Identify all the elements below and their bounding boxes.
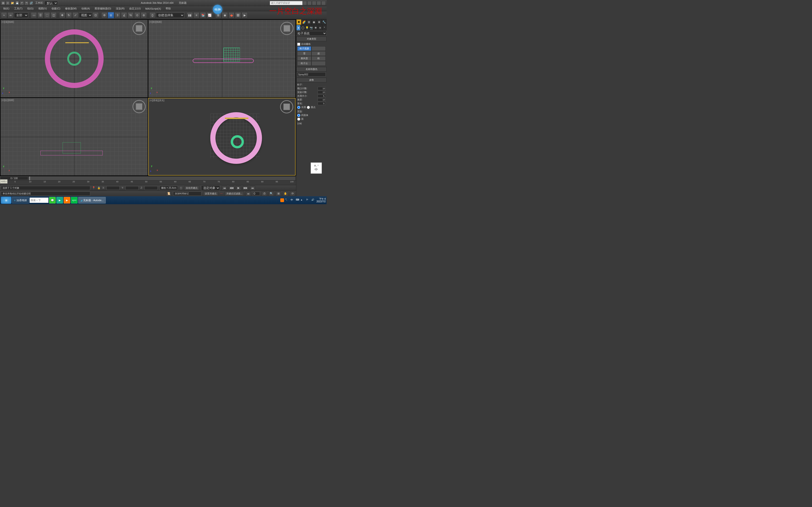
hierarchy-tab-icon[interactable]: ⊞ (306, 19, 312, 25)
start-button[interactable]: ⊞ (1, 197, 11, 204)
taskbar-clock[interactable]: 下午 4 2022/7/2 (316, 198, 326, 203)
viewport-left[interactable]: [+][左][线框] zy (0, 98, 148, 176)
tray-expand-icon[interactable]: ▴ (301, 199, 305, 202)
spinner-snap-icon[interactable]: % (128, 12, 134, 18)
current-frame-input[interactable] (253, 192, 260, 195)
next-frame-icon[interactable]: ▶▶ (243, 186, 248, 190)
key-filter-button[interactable]: 关键点过滤器... (224, 191, 244, 196)
play-icon[interactable]: ▶ (236, 186, 241, 190)
tetra-radio[interactable] (297, 114, 300, 117)
goto-end-icon[interactable]: ⏭ (250, 186, 255, 190)
undo-icon[interactable]: ↶ (20, 1, 24, 5)
y-coord-input[interactable] (125, 186, 139, 190)
menu-edit[interactable]: 辑(E) (1, 6, 12, 11)
viewcube-icon[interactable] (133, 22, 146, 35)
geometry-subtab-icon[interactable]: ● (296, 25, 301, 31)
name-color-rollout[interactable]: 名称和颜色 (296, 67, 326, 72)
help-icon[interactable] (321, 1, 326, 5)
render-setup-icon[interactable]: 🫖 (229, 12, 235, 18)
tray-punct-icon[interactable]: °, (286, 199, 289, 202)
render-icon[interactable]: ▶ (242, 12, 248, 18)
zoom-icon[interactable]: 🔍 (269, 191, 274, 196)
auto-key-button[interactable]: 自动关键点 (184, 186, 199, 190)
save-icon[interactable]: 💾 (15, 1, 19, 5)
layers-icon[interactable]: 📚 (200, 12, 206, 18)
3dsmax-task[interactable]: ◢无标题 - Autode... (78, 197, 106, 204)
named-sel-icon[interactable]: {} (149, 12, 156, 18)
tray-volume-icon[interactable]: 🔊 (311, 199, 315, 202)
manipulate-icon[interactable]: ⚙ (101, 12, 107, 18)
taskbar-search-input[interactable] (30, 198, 48, 203)
unlink-tool-icon[interactable]: ∞ (7, 12, 14, 18)
named-selection-set-select[interactable]: 创建选择集 (156, 13, 184, 18)
scale-icon[interactable]: ⤢ (72, 12, 79, 18)
menu-render[interactable]: 渲染(R) (113, 6, 127, 11)
rotate-icon[interactable]: ↻ (66, 12, 72, 18)
workspace-select[interactable]: 默认 (45, 1, 58, 5)
percent-snap-icon[interactable]: ∡ (121, 12, 127, 18)
motion-tab-icon[interactable]: ◉ (312, 19, 317, 25)
snow-button[interactable]: 雪 (297, 51, 311, 56)
user-icon[interactable] (307, 1, 312, 5)
ie-task[interactable]: e法语培训 (12, 197, 29, 204)
binoculars-icon[interactable] (303, 1, 307, 5)
obj-button-8[interactable] (312, 61, 326, 66)
favorite-icon[interactable] (317, 1, 321, 5)
variation-spinner[interactable] (318, 102, 326, 105)
speed-spinner[interactable] (318, 98, 326, 101)
open-icon[interactable]: 📂 (10, 1, 14, 5)
ref-coord-select[interactable]: 视图 (79, 13, 92, 18)
pcloud-button[interactable]: 粒子云 (297, 61, 311, 66)
select-rect-icon[interactable]: ⬚ (44, 12, 50, 18)
left-dock-tab[interactable]: AXS.r (0, 179, 7, 183)
viewcube-icon[interactable] (133, 100, 146, 113)
pf-source-button[interactable]: 粒子流源 (297, 46, 311, 51)
select-object-icon[interactable]: ▭ (31, 12, 37, 18)
snap-3d-icon[interactable]: ⊚ (141, 12, 147, 18)
app-menu-icon[interactable]: ▤ (1, 1, 5, 5)
orbit-icon[interactable]: ⟳ (290, 191, 295, 196)
lights-subtab-icon[interactable]: 💡 (305, 25, 309, 31)
snap-toggle-icon[interactable]: ⊞ (108, 12, 114, 18)
menu-help[interactable]: 帮助 (163, 6, 173, 11)
iqiyi-task[interactable]: iQIYI (71, 197, 78, 204)
browser-task[interactable]: ▶ (56, 197, 63, 204)
material-editor-icon[interactable]: ◉ (222, 12, 228, 18)
tray-flag-icon[interactable]: 🏳 (306, 199, 310, 202)
wechat-task[interactable]: 💬 (49, 197, 56, 204)
category-select[interactable]: 粒子系统 (296, 31, 326, 36)
parameters-rollout[interactable]: 参数 (296, 78, 326, 82)
viewcube-icon[interactable] (280, 100, 293, 113)
display-tab-icon[interactable]: 🖥 (316, 19, 322, 25)
modify-tab-icon[interactable]: 🌈 (301, 19, 307, 25)
snap-2d-icon[interactable]: ⊙ (134, 12, 140, 18)
align-icon[interactable]: ≡ (193, 12, 199, 18)
viewport-left-label[interactable]: [+][左][线框] (2, 99, 14, 102)
face-radio[interactable] (297, 118, 300, 121)
systems-subtab-icon[interactable]: * (322, 25, 326, 31)
script-icon[interactable]: 📜 (166, 191, 171, 196)
link-icon[interactable]: 🔗 (29, 1, 33, 5)
obj-button[interactable] (312, 46, 326, 51)
zoom-all-icon[interactable]: ⊞ (276, 191, 281, 196)
object-type-rollout[interactable]: 对象类型 (296, 37, 326, 41)
utilities-tab-icon[interactable]: 🔧 (322, 19, 327, 25)
viewport-persp-label[interactable]: [+][透视][真实] (150, 99, 164, 102)
new-icon[interactable]: 🗋 (6, 1, 10, 5)
menu-group[interactable]: 组(G) (25, 6, 36, 11)
link-tool-icon[interactable]: ≈ (1, 12, 7, 18)
render-count-spinner[interactable] (318, 91, 326, 94)
tray-ime-icon[interactable]: 中 (291, 199, 294, 202)
select-name-icon[interactable]: ☰ (37, 12, 44, 18)
timeline-ruler[interactable]: 0510152025303540455055606570758085909510… (0, 180, 296, 185)
time-slider[interactable]: 0 / 100 (0, 176, 296, 180)
super-button[interactable]: 超 (312, 51, 326, 56)
menu-maxscript[interactable]: MAXScript(X) (143, 7, 163, 10)
menu-modifiers[interactable]: 修改器(M) (63, 6, 79, 11)
tencent-video-task[interactable]: ▶ (64, 197, 70, 204)
render-frame-icon[interactable]: 🖼 (235, 12, 241, 18)
menu-animation[interactable]: 动画(A) (79, 6, 92, 11)
z-coord-input[interactable] (145, 186, 158, 190)
pan-icon[interactable]: ✋ (283, 191, 288, 196)
angle-snap-icon[interactable]: 3 (114, 12, 120, 18)
